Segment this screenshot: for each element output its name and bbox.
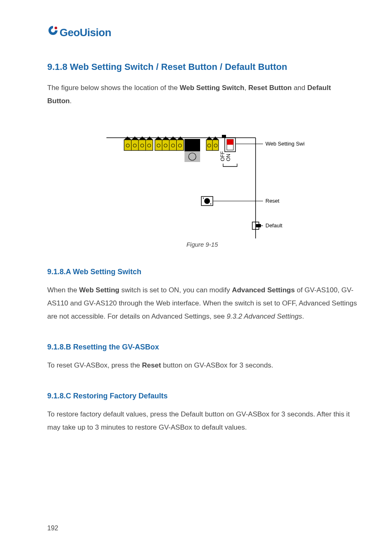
- svg-marker-8: [146, 136, 153, 140]
- svg-marker-32: [206, 136, 212, 140]
- svg-marker-5: [124, 136, 131, 140]
- web-b2: Advanced Settings: [232, 286, 295, 294]
- reset-paragraph: To reset GV-ASBox, press the Reset butto…: [47, 359, 357, 372]
- web-setting-switch-label: Web Setting Switch: [265, 141, 305, 147]
- web-setting-paragraph: When the Web Setting switch is set to ON…: [47, 284, 357, 323]
- svg-point-43: [203, 198, 204, 199]
- svg-rect-39: [227, 139, 233, 145]
- intro-bold2: Reset Button: [248, 84, 292, 92]
- intro-and: and: [292, 84, 307, 92]
- web-ref: 9.3.2 Advanced Settings: [227, 312, 302, 320]
- logo-text: GeoUision: [60, 26, 111, 39]
- reset-b1: Reset: [142, 361, 161, 369]
- svg-point-0: [55, 27, 57, 29]
- reset-label: Reset: [265, 198, 279, 204]
- diagram-figure: ON OFF Web Setting Switch Reset Default: [47, 127, 357, 238]
- web-t1: When the: [47, 286, 79, 294]
- svg-point-44: [210, 204, 211, 204]
- subheading-web: 9.1.8.A Web Setting Switch: [47, 268, 357, 276]
- intro-text: The figure below shows the location of t…: [47, 84, 180, 92]
- default-label: Default: [265, 222, 283, 229]
- svg-point-42: [204, 198, 210, 204]
- svg-marker-19: [170, 136, 177, 140]
- default-paragraph: To restore factory default values, press…: [47, 408, 357, 434]
- page-number: 192: [47, 525, 58, 532]
- default-t1: To restore factory default values, press…: [47, 410, 350, 431]
- web-t4: .: [302, 312, 304, 320]
- switch-off-label: OFF: [220, 151, 226, 161]
- figure-caption: Figure 9-15: [47, 241, 357, 248]
- subheading-default: 9.1.8.C Restoring Factory Defaults: [47, 392, 357, 400]
- svg-marker-6: [131, 136, 139, 140]
- web-b1: Web Setting: [79, 286, 120, 294]
- brand-logo: GeoUision: [47, 25, 357, 39]
- reset-t2: button on GV-ASBox for 3 seconds.: [161, 361, 273, 369]
- logo-icon: [47, 25, 59, 36]
- svg-marker-18: [162, 136, 170, 140]
- subheading-reset: 9.1.8.B Resetting the GV-ASBox: [47, 343, 357, 352]
- svg-marker-17: [155, 136, 162, 140]
- intro-paragraph: The figure below shows the location of t…: [47, 81, 357, 108]
- intro-end: .: [70, 97, 72, 105]
- svg-marker-7: [139, 136, 146, 140]
- intro-bold1: Web Setting Switch: [180, 84, 244, 92]
- section-heading-top: 9.1.8 Web Setting Switch / Reset Button …: [47, 62, 357, 72]
- svg-rect-28: [184, 139, 200, 151]
- svg-marker-20: [177, 136, 184, 140]
- switch-on-label: ON: [226, 154, 231, 161]
- intro-mid: ,: [244, 84, 248, 92]
- svg-rect-3: [222, 135, 226, 138]
- web-t2: switch is set to ON, you can modify: [119, 286, 232, 294]
- svg-marker-33: [212, 136, 219, 140]
- reset-t1: To reset GV-ASBox, press the: [47, 361, 142, 369]
